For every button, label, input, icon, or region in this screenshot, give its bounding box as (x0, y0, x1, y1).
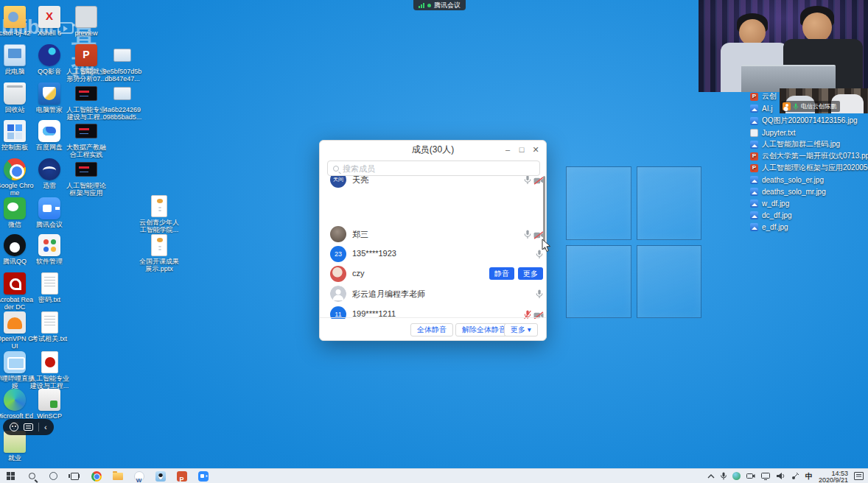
file-item[interactable]: 人工智能加群二维码.jpg (750, 139, 840, 149)
desktop-icon-openvpn[interactable]: OpenVPN GUI (0, 311, 31, 350)
file-item[interactable]: deaths_solo_mr.jpg (750, 186, 826, 197)
member-row[interactable]: 郑三 (320, 225, 547, 244)
member-row[interactable]: 天问 天亮 (320, 176, 547, 189)
desktop-icon-password-txt[interactable]: 密码.txt (33, 272, 66, 303)
desktop-icon-exam-txt[interactable]: 考试相关.txt (33, 311, 66, 342)
notification-center-icon[interactable] (854, 472, 864, 480)
file-item[interactable]: e_df.jpg (750, 222, 788, 232)
taskbar-file-explorer[interactable] (107, 469, 128, 483)
desktop-icon-recycle-bin[interactable]: 回收站 (0, 82, 31, 113)
file-item[interactable]: AI.j (750, 103, 772, 113)
desktop-icon-winscp[interactable]: WinSCP (33, 389, 66, 420)
desktop-icon-ai-major-slide[interactable]: 人工智能专业建设与工程... (70, 82, 102, 121)
tray-qq-icon[interactable] (732, 472, 741, 480)
webcam-video-thumbnail[interactable]: 电信云创陈鹏 (780, 88, 868, 113)
task-view-button[interactable] (64, 469, 85, 483)
file-item[interactable]: 云创大学第一期开班仪式0713.pptx (750, 151, 868, 161)
desktop-icon-wechat[interactable]: 微信 (0, 197, 31, 228)
search-input[interactable] (343, 164, 534, 173)
tray-camera-icon[interactable] (746, 473, 755, 479)
tray-expand-chevron[interactable] (707, 474, 715, 479)
desktop-icon-ai-theory-slide[interactable]: 人工智能理论框架与应用2... (70, 158, 102, 197)
desktop-icon-cstor-folder[interactable]: cstor-bj-42 (0, 6, 31, 37)
desktop-icon-xshell[interactable]: Xshell 6 (33, 6, 66, 37)
collapse-chevron-icon[interactable]: ‹ (44, 423, 47, 431)
mute-button[interactable]: 静音 (489, 267, 514, 280)
close-button[interactable] (530, 144, 542, 155)
file-item[interactable]: dc_df.jpg (750, 210, 792, 220)
slide-file-icon (75, 124, 97, 138)
desktop-icon-qq[interactable]: 腾讯QQ (0, 234, 31, 265)
meeting-status-pill[interactable]: 腾讯会议 (413, 0, 466, 10)
scrollbar[interactable] (543, 176, 545, 250)
member-search-box[interactable] (327, 161, 540, 176)
taskbar-w-app[interactable] (128, 469, 150, 483)
maximize-button[interactable] (516, 144, 528, 155)
desktop-icon-hex-image-1[interactable]: 9e5bf507d5bdb847e47... (106, 44, 139, 82)
desktop-icon-national-course-pptx[interactable]: 全国开课成果展示.pptx (143, 234, 175, 272)
desktop-icon-ai-employment-ppt[interactable]: 人工智能就业形势分析07... (70, 44, 102, 82)
desktop-icon-this-pc[interactable]: 此电脑 (0, 44, 31, 75)
file-item[interactable]: 人工智能理论框架与应用20200506.pptx (750, 163, 868, 173)
danmaku-toolbar[interactable]: ‹ (3, 419, 54, 435)
mute-all-button[interactable]: 全体静音 (410, 323, 453, 336)
cortana-button[interactable] (43, 469, 64, 483)
meeting-pill-label: 腾讯会议 (434, 1, 461, 10)
desktop-icon-thunder[interactable]: 迅雷 (33, 158, 66, 189)
taskbar-tencent-meeting[interactable] (192, 469, 214, 483)
tray-connection-icon[interactable] (791, 472, 799, 480)
windows-logo-icon (7, 472, 15, 480)
taskbar-search-button[interactable] (21, 469, 43, 483)
file-item[interactable]: deaths_solo_er.jpg (750, 174, 824, 185)
desktop-icon-bili-live[interactable]: 哔哩哔哩直播姬 (0, 351, 31, 389)
tray-volume-icon[interactable] (776, 472, 785, 480)
desktop-icon-control-panel[interactable]: 控制面板 (0, 120, 31, 151)
chrome-icon (4, 158, 26, 180)
taskbar-powerpoint[interactable] (171, 469, 192, 483)
more-button[interactable]: 更多 ▼ (518, 267, 543, 280)
tray-mic-icon[interactable] (721, 472, 727, 480)
taskbar-qq[interactable] (150, 469, 171, 483)
desktop-icon-acrobat[interactable]: Acrobat Reader DC (0, 272, 31, 311)
taskbar-clock[interactable]: 14:53 2020/9/21 (819, 469, 848, 483)
footer-more-button[interactable]: 更多 ▾ (504, 323, 538, 336)
desktop-icon-software-manager[interactable]: 软件管理 (33, 234, 66, 265)
ppt-file-icon (750, 93, 758, 101)
member-list[interactable]: 天问 天亮 郑三 23 135****1923 czy (320, 176, 547, 319)
clock-date: 2020/9/21 (819, 477, 848, 483)
desktop-icon-tencent-meeting[interactable]: 腾讯会议 (33, 197, 66, 228)
desktop-icon-hex-image-2[interactable]: 4a6b224269098b5bad5... (106, 82, 139, 121)
file-explorer-icon (113, 473, 123, 480)
minimize-button[interactable] (502, 144, 514, 155)
desktop-icon-bigdata-slide[interactable]: 大数据产教融合工程实践0... (70, 120, 102, 159)
tray-network-icon[interactable] (761, 473, 770, 480)
bilibili-live-icon (4, 351, 26, 373)
emoji-icon[interactable] (10, 423, 18, 431)
member-row[interactable]: 23 135****1923 (320, 244, 547, 264)
desktop-icon-pc-manager[interactable]: 电脑管家 (33, 82, 66, 113)
member-row-czy[interactable]: czy 静音 更多 ▼ (320, 264, 547, 283)
avatar: 23 (330, 246, 346, 262)
ime-indicator[interactable]: 中 (805, 471, 813, 482)
participant-name-badge: 电信云创陈鹏 (781, 101, 840, 112)
desktop-icon-jobs[interactable]: 就业 (0, 431, 31, 462)
desktop-icon-chrome[interactable]: Google Chrome (0, 158, 31, 197)
participant-name: 电信云创陈鹏 (801, 102, 836, 110)
file-item[interactable]: QQ图片20200714123156.jpg (750, 116, 858, 126)
desktop-icon-yunchuang-youth[interactable]: 云创青少年人工智能学院... (143, 195, 175, 233)
start-button[interactable] (0, 469, 21, 483)
chat-icon[interactable] (24, 423, 33, 431)
taskbar-chrome[interactable] (85, 469, 107, 483)
file-item[interactable]: Jupyter.txt (750, 127, 796, 138)
winscp-icon (38, 389, 60, 411)
desktop-icon-ai-major-pdf[interactable]: 人工智能专业建设与工程... (33, 351, 66, 389)
desktop-icon-baidu-netdisk[interactable]: 百度网盘 (33, 120, 66, 151)
document-file-icon (151, 234, 167, 256)
task-view-icon (71, 473, 79, 480)
mic-icon (535, 289, 544, 299)
file-item[interactable]: w_df.jpg (750, 198, 789, 208)
file-item[interactable]: 云创 (750, 91, 777, 102)
desktop-icon-qqplayer[interactable]: QQ影音 (33, 44, 66, 75)
desktop-icon-preview[interactable]: preview (70, 6, 102, 37)
member-row[interactable]: 彩云追月编程李老师 (320, 284, 547, 303)
